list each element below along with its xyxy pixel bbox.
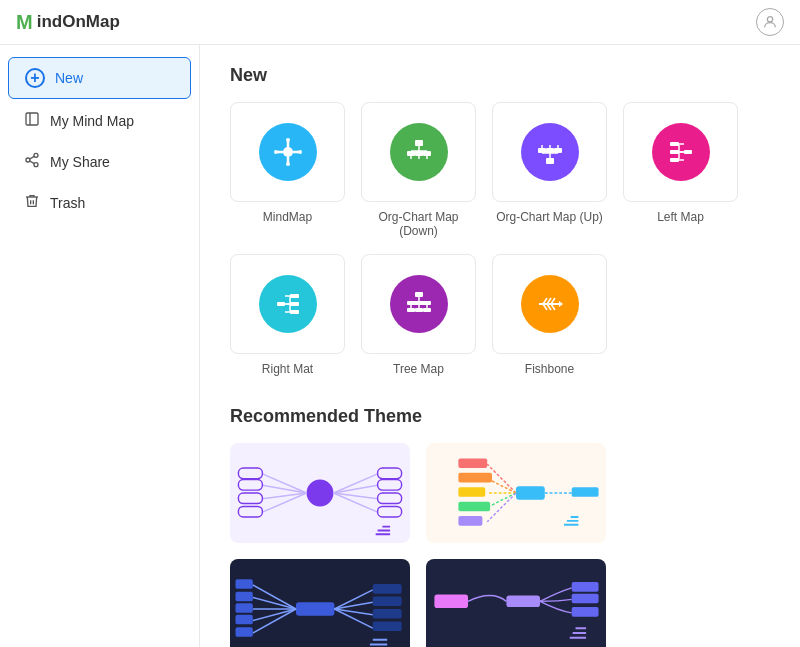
svg-rect-97	[458, 473, 492, 483]
svg-rect-98	[458, 487, 485, 497]
svg-rect-49	[290, 310, 299, 314]
svg-point-4	[26, 158, 30, 162]
map-card-right-map[interactable]: Right Mat	[230, 254, 345, 376]
left-map-label: Left Map	[657, 210, 704, 224]
svg-rect-99	[458, 502, 490, 512]
svg-marker-69	[559, 301, 563, 307]
new-plus-icon: +	[25, 68, 45, 88]
svg-line-111	[253, 609, 296, 633]
svg-rect-60	[415, 308, 423, 312]
svg-rect-129	[506, 596, 540, 608]
svg-point-0	[767, 17, 772, 22]
svg-rect-96	[458, 458, 487, 468]
svg-rect-121	[373, 584, 402, 594]
theme-card-2[interactable]	[426, 443, 606, 543]
sidebar-item-mymindmap[interactable]: My Mind Map	[8, 101, 191, 140]
svg-rect-112	[236, 579, 253, 589]
logo-text: indOnMap	[37, 12, 120, 32]
svg-rect-55	[407, 301, 431, 305]
svg-rect-59	[407, 308, 415, 312]
svg-rect-116	[236, 627, 253, 637]
svg-point-70	[307, 480, 334, 507]
header: M indOnMap	[0, 0, 800, 45]
sidebar-item-new[interactable]: + New	[8, 57, 191, 99]
theme-card-1[interactable]	[230, 443, 410, 543]
svg-rect-90	[516, 486, 545, 499]
sidebar-item-myshare[interactable]: My Share	[8, 142, 191, 181]
svg-rect-76	[238, 480, 262, 491]
svg-rect-106	[296, 602, 334, 615]
sidebar-item-mymindmap-label: My Mind Map	[50, 113, 134, 129]
svg-rect-130	[572, 582, 599, 592]
svg-rect-31	[554, 148, 562, 153]
map-card-mindmap[interactable]: MindMap	[230, 102, 345, 238]
new-section-title: New	[230, 65, 770, 86]
map-card-tree-map[interactable]: Tree Map	[361, 254, 476, 376]
svg-line-6	[30, 161, 35, 164]
svg-rect-128	[434, 595, 468, 608]
map-card-tree-map-wrap[interactable]	[361, 254, 476, 354]
sidebar-item-trash[interactable]: Trash	[8, 183, 191, 222]
main-layout: + New My Mind Map My	[0, 45, 800, 647]
mindmap-label: MindMap	[263, 210, 312, 224]
svg-rect-30	[546, 148, 554, 153]
svg-line-110	[253, 609, 296, 621]
svg-rect-131	[572, 594, 599, 604]
map-card-right-map-wrap[interactable]	[230, 254, 345, 354]
svg-line-79	[333, 474, 377, 493]
content-area: New	[200, 45, 800, 647]
orgchart-up-label: Org-Chart Map (Up)	[496, 210, 603, 224]
svg-line-7	[30, 156, 35, 159]
map-card-orgchart-down-wrap[interactable]	[361, 102, 476, 202]
svg-point-14	[286, 162, 290, 166]
map-card-fishbone-wrap[interactable]	[492, 254, 607, 354]
svg-point-13	[286, 138, 290, 142]
svg-line-94	[487, 493, 516, 507]
svg-line-95	[487, 493, 516, 522]
myshare-icon	[24, 152, 40, 171]
sidebar-item-myshare-label: My Share	[50, 154, 110, 170]
map-card-mindmap-wrap[interactable]	[230, 102, 345, 202]
svg-rect-114	[236, 603, 253, 613]
svg-rect-75	[238, 468, 262, 479]
theme-grid	[230, 443, 770, 647]
svg-rect-1	[26, 113, 38, 125]
svg-rect-17	[415, 140, 423, 146]
theme-card-4[interactable]	[426, 559, 606, 647]
tree-map-label: Tree Map	[393, 362, 444, 376]
svg-rect-78	[238, 506, 262, 517]
svg-rect-124	[373, 621, 402, 631]
tree-map-circle	[390, 275, 448, 333]
svg-rect-35	[684, 150, 692, 154]
svg-rect-132	[572, 607, 599, 617]
svg-rect-22	[423, 151, 431, 156]
svg-line-107	[253, 585, 296, 609]
svg-rect-21	[415, 151, 423, 156]
sidebar-item-new-label: New	[55, 70, 83, 86]
map-card-orgchart-up-wrap[interactable]	[492, 102, 607, 202]
svg-rect-100	[458, 516, 482, 526]
map-card-fishbone[interactable]: Fishbone	[492, 254, 607, 376]
svg-point-3	[34, 153, 38, 157]
svg-point-16	[298, 150, 302, 154]
map-type-grid: MindMap	[230, 102, 770, 376]
orgchart-up-circle	[521, 123, 579, 181]
svg-rect-83	[378, 468, 402, 479]
svg-rect-102	[572, 487, 599, 497]
map-card-left-map-wrap[interactable]	[623, 102, 738, 202]
sidebar-item-trash-label: Trash	[50, 195, 85, 211]
map-card-left-map[interactable]: Left Map	[623, 102, 738, 238]
svg-rect-53	[415, 292, 423, 297]
svg-point-15	[274, 150, 278, 154]
recommended-theme-title: Recommended Theme	[230, 406, 770, 427]
theme-card-3[interactable]	[230, 559, 410, 647]
svg-rect-77	[238, 493, 262, 504]
fishbone-circle	[521, 275, 579, 333]
user-avatar-icon[interactable]	[756, 8, 784, 36]
svg-rect-61	[423, 308, 431, 312]
map-card-orgchart-up[interactable]: Org-Chart Map (Up)	[492, 102, 607, 238]
svg-rect-84	[378, 480, 402, 491]
svg-rect-38	[670, 142, 679, 146]
map-card-orgchart-down[interactable]: Org-Chart Map (Down)	[361, 102, 476, 238]
logo-m-letter: M	[16, 11, 33, 34]
